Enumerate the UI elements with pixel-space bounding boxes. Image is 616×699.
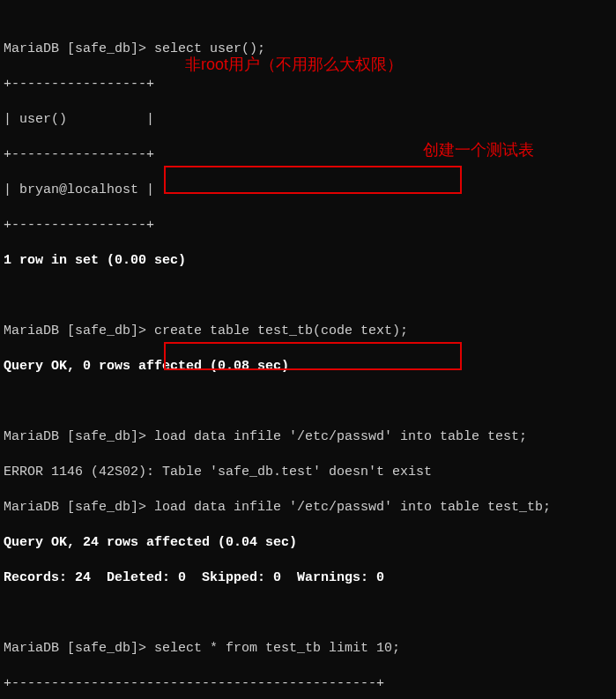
table-border: +-----------------+ (4, 217, 612, 234)
annotation-nonroot: 非root用户（不用那么大权限） (185, 56, 403, 73)
cmd-load-good: load data infile '/etc/passwd' into tabl… (154, 500, 551, 515)
table-border: +---------------------------------------… (4, 675, 612, 693)
cmd-load-bad: load data infile '/etc/passwd' into tabl… (154, 429, 527, 444)
table-row: | bryan@localhost | (4, 182, 612, 199)
result-summary: Query OK, 0 rows affected (0.08 sec) (4, 358, 612, 376)
result-summary: Query OK, 24 rows affected (0.04 sec) (4, 534, 612, 552)
prompt: MariaDB [safe_db]> (4, 323, 154, 338)
annotation-create-table: 创建一个测试表 (423, 141, 534, 159)
prompt: MariaDB [safe_db]> (4, 641, 154, 656)
result-summary: 1 row in set (0.00 sec) (4, 252, 612, 270)
prompt: MariaDB [safe_db]> (4, 429, 154, 444)
prompt: MariaDB [safe_db]> (4, 41, 154, 56)
prompt: MariaDB [safe_db]> (4, 500, 154, 515)
result-stats: Records: 24 Deleted: 0 Skipped: 0 Warnin… (4, 569, 612, 587)
terminal-output[interactable]: MariaDB [safe_db]> select user(); +-----… (0, 0, 616, 699)
cmd-select-user: select user(); (154, 41, 265, 56)
table-header: | user() | (4, 111, 612, 129)
error-message: ERROR 1146 (42S02): Table 'safe_db.test'… (4, 464, 612, 481)
table-border: +-----------------+ (4, 76, 612, 93)
cmd-select-10: select * from test_tb limit 10; (154, 641, 400, 656)
cmd-create-table: create table test_tb(code text); (154, 323, 408, 338)
